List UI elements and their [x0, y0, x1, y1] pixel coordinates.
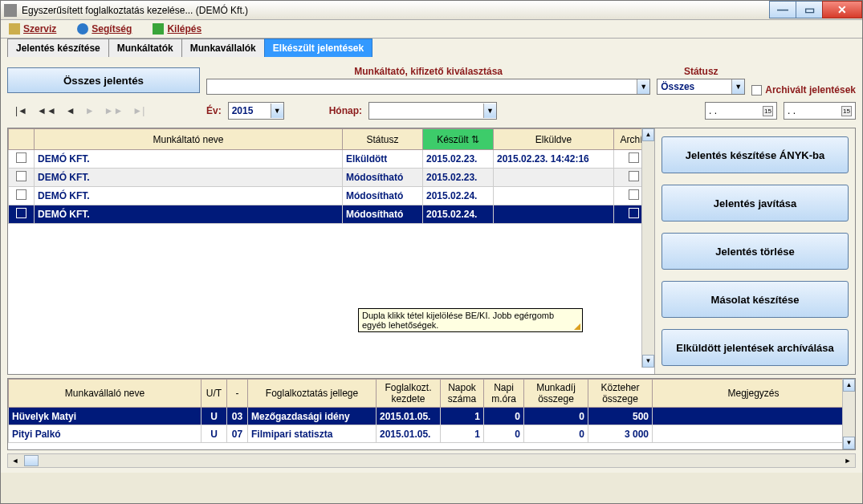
row-checkbox-cell[interactable] [9, 169, 35, 187]
all-reports-button[interactable]: Összes jelentés [7, 67, 200, 93]
cell: 3 000 [588, 425, 653, 443]
tooltip-corner-icon [574, 323, 580, 330]
cell-employer: DEMÓ KFT. [35, 187, 343, 205]
menubar: Szerviz Segítség Kilépés [1, 20, 862, 39]
tab-elkeszult-jelentesek[interactable]: Elkészült jelentések [264, 39, 372, 57]
col-check[interactable] [9, 129, 35, 150]
nav-first-icon[interactable]: |◄ [15, 105, 27, 116]
btn-copy-report[interactable]: Másolat készítése [661, 281, 849, 318]
scroll-up-icon[interactable]: ▲ [843, 379, 855, 392]
calendar-icon[interactable]: 15 [763, 106, 773, 116]
archived-checkbox[interactable] [751, 85, 762, 96]
menu-szerviz[interactable]: Szerviz [9, 23, 56, 35]
cell-created: 2015.02.23. [423, 169, 494, 187]
cell-status: Módosítható [343, 187, 423, 205]
nav-prev-page-icon[interactable]: ◄◄ [37, 105, 56, 116]
table-row[interactable]: Pityi PalkóU07Filmipari statiszta2015.01… [9, 425, 855, 443]
menu-kilepes[interactable]: Kilépés [153, 23, 202, 35]
month-select[interactable]: ▼ [368, 102, 497, 120]
cell: 03 [227, 408, 248, 425]
vertical-scrollbar[interactable]: ▲ ▼ [842, 379, 855, 449]
scroll-left-icon[interactable]: ◄ [8, 457, 22, 465]
menu-segitseg[interactable]: Segítség [77, 23, 132, 35]
table-row[interactable]: DEMÓ KFT.Elküldött2015.02.23.2015.02.23.… [9, 150, 654, 169]
maximize-button[interactable]: ▭ [796, 1, 823, 18]
col-emp-name[interactable]: Munkavállaló neve [9, 380, 202, 408]
scroll-right-icon[interactable]: ► [841, 457, 855, 465]
scroll-thumb[interactable] [24, 455, 39, 466]
col-days[interactable]: Napok száma [441, 380, 484, 408]
reports-table-container: Munkáltató neve Státusz Készült ⇅ Elküld… [8, 128, 654, 368]
date-to-input[interactable]: . . 15 [784, 102, 856, 120]
col-ut[interactable]: U/T [202, 380, 227, 408]
status-select[interactable]: Összes▼ [657, 79, 745, 95]
row-checkbox-cell[interactable] [9, 205, 35, 224]
btn-delete-report[interactable]: Jelentés törlése [661, 233, 849, 270]
vertical-scrollbar[interactable]: ▲ ▼ [641, 128, 654, 368]
app-icon [4, 4, 17, 17]
employer-select-label: Munkáltató, kifizető kiválasztása [206, 66, 650, 77]
cell-employer: DEMÓ KFT. [35, 205, 343, 224]
checkbox-icon[interactable] [16, 171, 26, 181]
cell: 07 [227, 425, 248, 443]
col-start[interactable]: Foglalkozt. kezdete [377, 380, 441, 408]
col-note[interactable]: Megjegyzés [653, 380, 855, 408]
col-tax[interactable]: Közteher összege [588, 380, 653, 408]
employer-select[interactable]: ▼ [206, 79, 650, 95]
minimize-button[interactable]: — [769, 1, 796, 18]
cell: Mezőgazdasági idény [248, 408, 377, 425]
nav-next-icon[interactable]: ► [85, 105, 95, 116]
tab-munkavallalok[interactable]: Munkavállalók [181, 39, 265, 57]
tab-munkaltatok[interactable]: Munkáltatók [108, 39, 182, 57]
nav-last-icon[interactable]: ►| [132, 105, 145, 116]
nav-prev-icon[interactable]: ◄ [66, 105, 75, 116]
cell-employer: DEMÓ KFT. [35, 169, 343, 187]
cell: Hüvelyk Matyi [9, 408, 202, 425]
checkbox-icon[interactable] [629, 171, 639, 181]
col-dash[interactable]: - [227, 380, 248, 408]
cell: U [202, 408, 227, 425]
col-sent[interactable]: Elküldve [494, 129, 614, 150]
col-emp-type[interactable]: Foglalkoztatás jellege [248, 380, 377, 408]
chevron-down-icon: ▼ [271, 104, 283, 118]
window-controls: — ▭ ✕ [770, 1, 862, 18]
table-row[interactable]: DEMÓ KFT.Módosítható2015.02.23. [9, 169, 654, 187]
btn-make-anyk[interactable]: Jelentés készítése ÁNYK-ba [661, 136, 849, 173]
row-checkbox-cell[interactable] [9, 187, 35, 205]
checkbox-icon[interactable] [629, 208, 639, 218]
checkbox-icon[interactable] [16, 208, 26, 218]
scroll-down-icon[interactable]: ▼ [843, 437, 855, 449]
nav-next-page-icon[interactable]: ►► [104, 105, 124, 116]
cell [653, 408, 855, 425]
btn-edit-report[interactable]: Jelentés javítása [661, 185, 849, 222]
checkbox-icon[interactable] [16, 152, 26, 163]
checkbox-icon[interactable] [16, 189, 26, 200]
checkbox-icon[interactable] [629, 152, 639, 163]
date-from-input[interactable]: . . 15 [705, 102, 777, 120]
tab-jelentes-keszitese[interactable]: Jelentés készítése [7, 39, 109, 57]
table-row[interactable]: DEMÓ KFT.Módosítható2015.02.24. [9, 205, 654, 224]
table-row[interactable]: Hüvelyk MatyiU03Mezőgazdasági idény2015.… [9, 408, 855, 425]
checkbox-icon[interactable] [629, 189, 639, 200]
row-checkbox-cell[interactable] [9, 150, 35, 169]
col-wage[interactable]: Munkadíj összege [524, 380, 588, 408]
btn-archive-sent[interactable]: Elküldött jelentések archíválása [661, 329, 849, 366]
horizontal-scrollbar[interactable]: ◄ ► [7, 453, 856, 468]
filter-row-2: |◄ ◄◄ ◄ ► ►► ►| Év: 2015▼ Hónap: ▼ . . 1… [7, 99, 856, 123]
col-hours[interactable]: Napi m.óra [484, 380, 524, 408]
col-status[interactable]: Státusz [343, 129, 423, 150]
year-label: Év: [206, 105, 222, 116]
close-button[interactable]: ✕ [822, 1, 862, 18]
scroll-up-icon[interactable]: ▲ [642, 128, 654, 141]
cell: 0 [524, 408, 588, 425]
table-row[interactable]: DEMÓ KFT.Módosítható2015.02.24. [9, 187, 654, 205]
cell: 0 [484, 425, 524, 443]
scroll-down-icon[interactable]: ▼ [642, 355, 654, 368]
exit-icon [153, 23, 164, 35]
cell [653, 425, 855, 443]
year-select[interactable]: 2015▼ [228, 102, 284, 120]
cell: 2015.01.05. [377, 425, 441, 443]
col-created[interactable]: Készült ⇅ [423, 129, 494, 150]
calendar-icon[interactable]: 15 [841, 106, 852, 116]
col-employer-name[interactable]: Munkáltató neve [35, 129, 343, 150]
